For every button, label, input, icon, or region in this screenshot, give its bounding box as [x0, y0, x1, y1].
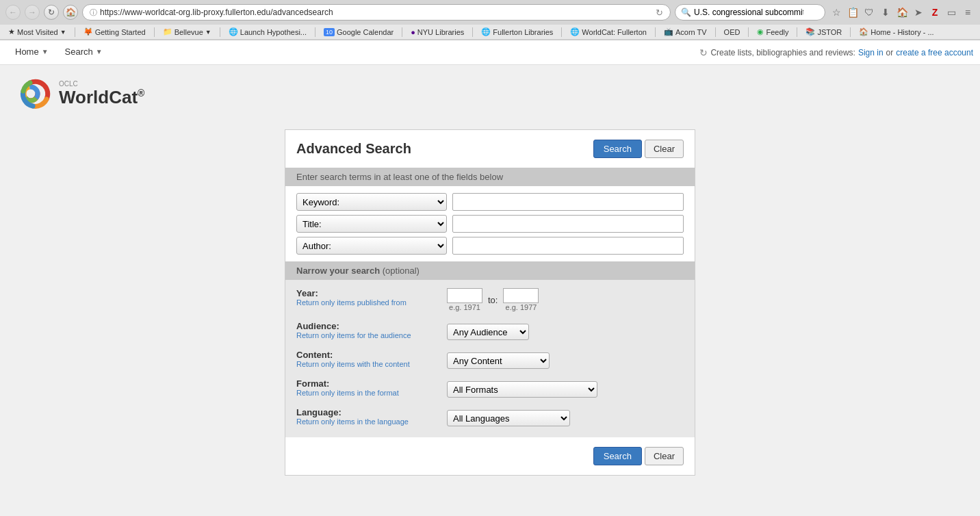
- nav-home[interactable]: Home ▼: [7, 41, 57, 64]
- header-buttons: Search Clear: [593, 140, 684, 158]
- title-select-wrap: Title:: [296, 215, 447, 233]
- year-from-input[interactable]: [447, 288, 482, 303]
- keyword-type-select[interactable]: Keyword: Subject: Series:: [296, 193, 447, 211]
- separator: [154, 27, 155, 37]
- bookmark-most-visited[interactable]: ★ Most Visited ▼: [5, 27, 69, 37]
- author-input[interactable]: [452, 237, 684, 255]
- home-nav-icon[interactable]: 🏠: [895, 5, 909, 19]
- site-nav: Home ▼ Search ▼ ↻ Create lists, bibliogr…: [0, 40, 980, 65]
- keyword-select-wrap: Keyword: Subject: Series:: [296, 193, 447, 211]
- title-type-select[interactable]: Title:: [296, 215, 447, 233]
- content-row: Content: Return only items with the cont…: [296, 350, 684, 369]
- address-bar[interactable]: ⓘ https://www-worldcat-org.lib-proxy.ful…: [82, 4, 671, 21]
- nav-home-label: Home: [15, 47, 39, 57]
- search-button-top[interactable]: Search: [593, 140, 642, 158]
- refresh-nav-icon: ↻: [699, 47, 708, 58]
- format-label-area: Format: Return only items in the format: [296, 378, 447, 397]
- nav-search-label: Search: [65, 47, 93, 57]
- bookmark-jstor[interactable]: 📚 JSTOR: [803, 27, 844, 37]
- separator: [561, 27, 562, 37]
- zotero-icon[interactable]: Z: [928, 5, 942, 19]
- bookmark-acorn[interactable]: 📺 Acorn TV: [661, 27, 710, 37]
- language-label: Language:: [296, 407, 447, 417]
- browser-search-bar[interactable]: 🔍: [675, 4, 825, 21]
- browser-search-input[interactable]: [694, 8, 803, 17]
- search-button-bottom[interactable]: Search: [593, 447, 642, 465]
- year-control-row: Year: Return only items published from e…: [296, 288, 684, 311]
- year-label-area: Year: Return only items published from: [296, 288, 447, 307]
- nav-search[interactable]: Search ▼: [57, 41, 111, 64]
- account-text: Create lists, bibliographies and reviews…: [710, 48, 855, 57]
- bookmark-hypothes[interactable]: 🌐 Launch Hypothesi...: [226, 27, 309, 37]
- advanced-search-header: Advanced Search Search Clear: [285, 130, 695, 168]
- year-from-wrap: e.g. 1971: [447, 288, 482, 311]
- separator: [715, 27, 716, 37]
- bookmark-feedly[interactable]: ◉ Feedly: [754, 27, 791, 37]
- main-content: Advanced Search Search Clear Enter searc…: [0, 122, 980, 482]
- menu-icon[interactable]: ≡: [961, 5, 975, 19]
- year-label: Year:: [296, 288, 447, 298]
- bookmark-history[interactable]: 🏠 Home - History - ...: [856, 27, 936, 37]
- format-row: Format: Return only items in the format …: [296, 378, 684, 398]
- bookmark-gcal[interactable]: 10 Google Calendar: [321, 27, 396, 37]
- language-select[interactable]: All Languages English Spanish French Ger…: [447, 410, 570, 426]
- refresh-button[interactable]: ↻: [44, 5, 59, 20]
- title-input[interactable]: [452, 215, 684, 233]
- nav-right: ↻ Create lists, bibliographies and revie…: [699, 47, 973, 58]
- separator: [220, 27, 220, 37]
- search-panel: Advanced Search Search Clear Enter searc…: [285, 129, 695, 476]
- logo-text-container: OCLC WorldCat®: [59, 80, 144, 107]
- sign-in-link[interactable]: Sign in: [858, 48, 884, 57]
- send-icon[interactable]: ➤: [912, 5, 925, 19]
- shield-icon: 🛡: [862, 5, 876, 19]
- audience-label-area: Audience: Return only items for the audi…: [296, 321, 447, 339]
- audience-label: Audience:: [296, 321, 447, 331]
- author-row: Author:: [296, 237, 684, 255]
- format-sublabel: Return only items in the format: [296, 389, 447, 397]
- bookmark-bellevue[interactable]: 📁 Bellevue ▼: [160, 27, 214, 37]
- window-icon[interactable]: ▭: [944, 5, 958, 19]
- author-type-select[interactable]: Author:: [296, 237, 447, 255]
- bookmark-worldcat-fullerton[interactable]: 🌐 WorldCat: Fullerton: [567, 27, 649, 37]
- audience-control-row: Audience: Return only items for the audi…: [296, 321, 684, 340]
- forward-button[interactable]: →: [25, 5, 40, 20]
- bookmark-oed[interactable]: OED: [721, 27, 743, 37]
- content-label: Content:: [296, 350, 447, 360]
- narrow-section: Year: Return only items published from e…: [285, 280, 695, 437]
- star-icon[interactable]: ☆: [829, 5, 843, 19]
- title-row: Title:: [296, 215, 684, 233]
- separator: [655, 27, 656, 37]
- keyword-row: Keyword: Subject: Series:: [296, 193, 684, 211]
- separator: [75, 27, 75, 37]
- year-from-hint: e.g. 1971: [449, 303, 480, 311]
- keyword-input[interactable]: [452, 193, 684, 211]
- audience-sublabel: Return only items for the audience: [296, 331, 447, 339]
- url-text: https://www-worldcat-org.lib-proxy.fulle…: [100, 8, 653, 17]
- back-button[interactable]: ←: [5, 5, 21, 20]
- separator: [472, 27, 473, 37]
- year-to-hint: e.g. 1977: [506, 303, 537, 311]
- year-to-input[interactable]: [503, 288, 539, 303]
- logo-area: OCLC WorldCat®: [0, 65, 980, 122]
- format-select[interactable]: All Formats Book DVD/Video Journal Music…: [447, 381, 597, 398]
- home-button[interactable]: 🏠: [63, 5, 78, 20]
- audience-row: Audience: Return only items for the audi…: [296, 321, 684, 340]
- worldcat-label: WorldCat®: [59, 88, 144, 107]
- download-icon[interactable]: ⬇: [879, 5, 892, 19]
- year-row: Year: Return only items published from e…: [296, 288, 684, 311]
- audience-select[interactable]: Any Audience Juvenile Young Adult Adult: [447, 324, 529, 340]
- separator-text: or: [886, 48, 894, 57]
- fields-section-header: Enter search terms in at least one of th…: [285, 168, 695, 186]
- language-control-row: Language: Return only items in the langu…: [296, 407, 684, 426]
- chevron-down-icon: ▼: [60, 29, 66, 36]
- create-account-link[interactable]: create a free account: [896, 48, 973, 57]
- clear-button-top[interactable]: Clear: [645, 140, 684, 158]
- content-select[interactable]: Any Content Fiction Non-Fiction Biograph…: [447, 352, 550, 369]
- bookmark-getting-started[interactable]: 🦊 Getting Started: [81, 27, 149, 37]
- separator: [315, 27, 315, 37]
- bookmark-icon[interactable]: 📋: [846, 5, 860, 19]
- content-control-row: Content: Return only items with the cont…: [296, 350, 684, 369]
- bookmark-fullerton[interactable]: 🌐 Fullerton Libraries: [478, 27, 556, 37]
- clear-button-bottom[interactable]: Clear: [645, 447, 684, 465]
- bookmark-nyu[interactable]: ● NYU Libraries: [408, 27, 467, 37]
